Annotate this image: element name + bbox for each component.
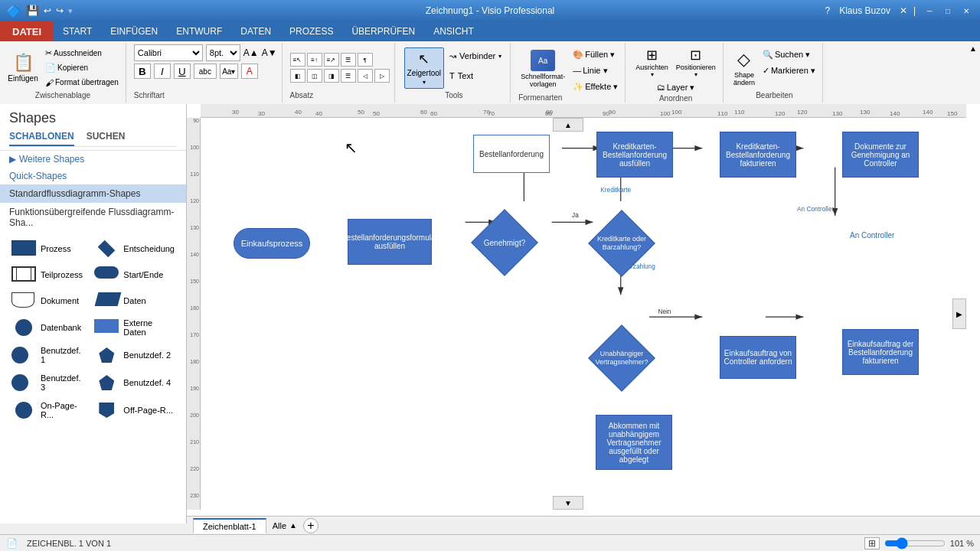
italic-button[interactable]: I bbox=[154, 64, 171, 79]
align-left[interactable]: ◧ bbox=[290, 69, 305, 83]
menu-daten[interactable]: DATEN bbox=[231, 21, 280, 41]
shape-item-startende[interactable]: Start/Ende bbox=[92, 264, 177, 285]
shape-item-benutzer2[interactable]: Benutzdef. 2 bbox=[92, 344, 177, 367]
ausschneiden-button[interactable]: ✂ Ausschneiden bbox=[43, 47, 121, 60]
node-genehmigt[interactable]: Genehmigt? bbox=[470, 216, 539, 269]
format-uebertragen-button[interactable]: 🖌 Format übertragen bbox=[43, 76, 121, 90]
align-top-center[interactable]: ≡↑ bbox=[307, 53, 322, 67]
startende-shape-icon bbox=[94, 266, 119, 283]
kopieren-button[interactable]: 📄 Kopieren bbox=[43, 61, 121, 75]
align-top-right[interactable]: ≡↗ bbox=[324, 53, 339, 67]
list-btn[interactable]: ☰ bbox=[341, 53, 356, 67]
text-btn[interactable]: T Text bbox=[447, 67, 504, 84]
shape-item-onpage[interactable]: On-Page-R... bbox=[9, 399, 87, 422]
tab-schablonen[interactable]: SCHABLONEN bbox=[9, 131, 74, 146]
close-btn[interactable]: ✕ bbox=[959, 5, 974, 17]
verbinder-btn[interactable]: ↝ Verbinder ▾ bbox=[447, 47, 504, 64]
menu-ueberpruefen[interactable]: ÜBERPRÜFEN bbox=[342, 21, 424, 41]
scroll-down-btn[interactable]: ▼ bbox=[553, 496, 583, 510]
quick-shapes-link[interactable]: Quick-Shapes bbox=[0, 168, 186, 184]
suchen-btn[interactable]: 🔍 Suchen ▾ bbox=[760, 47, 818, 61]
effekte-btn[interactable]: ✨ Effekte ▾ bbox=[570, 80, 620, 93]
menu-start[interactable]: START bbox=[54, 21, 101, 41]
menu-ansicht[interactable]: ANSICHT bbox=[424, 21, 483, 41]
shape-item-offpage[interactable]: Off-Page-R... bbox=[92, 399, 177, 422]
zeigertool-btn[interactable]: ↖ Zeigertool ▾ bbox=[404, 47, 444, 89]
title-left: 🔷 💾 ↩ ↪ ▾ bbox=[6, 4, 73, 18]
font-case-button[interactable]: Aa▾ bbox=[220, 64, 238, 79]
indent-right[interactable]: ▷ bbox=[374, 69, 390, 83]
paragraph-btn[interactable]: ¶ bbox=[358, 53, 373, 67]
shape-item-prozess[interactable]: Prozess bbox=[9, 238, 87, 259]
node-bestellanforderung[interactable]: Bestellanforderung bbox=[473, 135, 550, 173]
node-kreditkarte-barzahlung[interactable]: Kreditkarte oder Barzahlung? bbox=[587, 216, 656, 271]
shape-item-entscheidung[interactable]: Entscheidung bbox=[92, 238, 177, 259]
menu-file[interactable]: DATEI bbox=[0, 21, 54, 41]
node-einkaufsauftrag-fakturieren[interactable]: Einkaufsauftrag der Bestellanforderung f… bbox=[842, 329, 919, 375]
ribbon-collapse-btn[interactable]: ▲ bbox=[969, 44, 977, 53]
ausrichten-btn[interactable]: ⊞ Ausrichten ▾ bbox=[633, 44, 671, 80]
schnellformat-btn[interactable]: Aa Schnellformat-vorlagen bbox=[518, 47, 567, 90]
bold-button[interactable]: B bbox=[134, 64, 151, 79]
undo-icon[interactable]: ↩ bbox=[44, 5, 51, 16]
menu-entwurf[interactable]: ENTWURF bbox=[167, 21, 231, 41]
align-center[interactable]: ◫ bbox=[307, 69, 322, 83]
align-top-left[interactable]: ≡↖ bbox=[290, 53, 305, 67]
node-einkaufsauftrag-controller[interactable]: Einkaufsauftrag von Controller anfordern bbox=[720, 336, 796, 379]
scroll-up-btn[interactable]: ▲ bbox=[553, 118, 583, 132]
shape-item-teilprozess[interactable]: Teilprozess bbox=[9, 264, 87, 285]
layer-btn[interactable]: 🗂 Layer ▾ bbox=[655, 80, 697, 94]
font-family-select[interactable]: Calibri bbox=[134, 44, 203, 61]
shape-item-benutzer3[interactable]: Benutzdef. 3 bbox=[9, 371, 87, 394]
shape-aendern-btn[interactable]: ◇ Shapeändern bbox=[731, 47, 757, 89]
page-all-btn[interactable]: Alle bbox=[273, 521, 286, 530]
indent-left[interactable]: ◁ bbox=[358, 69, 373, 83]
underline-button[interactable]: U bbox=[174, 64, 191, 79]
tab-suchen[interactable]: SUCHEN bbox=[87, 131, 126, 146]
section-standard[interactable]: Standardflussdiagramm-Shapes bbox=[0, 184, 186, 203]
maximize-btn[interactable]: □ bbox=[940, 5, 956, 17]
shape-item-daten[interactable]: Daten bbox=[92, 290, 177, 311]
redo-icon[interactable]: ↪ bbox=[56, 5, 64, 16]
canvas-content[interactable]: Ja Kreditkarte Barzahlung Nein An Contro… bbox=[201, 118, 966, 510]
shape-item-datenbank[interactable]: Datenbank bbox=[9, 316, 87, 339]
minimize-btn[interactable]: ─ bbox=[922, 5, 937, 17]
node-unabhaengiger-vertragsnehmer[interactable]: Unabhängiger Vertragsnehmer? bbox=[587, 331, 656, 386]
fuellen-btn[interactable]: 🎨 Füllen ▾ bbox=[570, 47, 620, 61]
node-kreditkarten-bestellanforderung[interactable]: Kreditkarten-Bestellanforderung ausfülle… bbox=[596, 132, 673, 178]
canvas-area[interactable]: document.addEventListener('DOMContentLoa… bbox=[187, 104, 980, 523]
node-bestellanforderung-formular[interactable]: Bestellanforderungsformular ausfüllen bbox=[348, 219, 432, 265]
shape-item-externe-daten[interactable]: Externe Daten bbox=[92, 316, 177, 339]
font-size-select[interactable]: 8pt. bbox=[206, 44, 240, 61]
help-icon[interactable]: ? bbox=[825, 5, 830, 16]
linie-btn[interactable]: — Linie ▾ bbox=[570, 64, 620, 77]
shape-item-benutzer1[interactable]: Benutzdef. 1 bbox=[9, 344, 87, 367]
save-icon[interactable]: 💾 bbox=[26, 5, 39, 17]
strikethrough-button[interactable]: abc bbox=[194, 64, 217, 79]
menu-prozess[interactable]: PROZESS bbox=[280, 21, 342, 41]
zoom-slider[interactable] bbox=[884, 537, 946, 549]
add-page-btn[interactable]: + bbox=[303, 518, 318, 533]
scroll-right-btn[interactable]: ▶ bbox=[952, 298, 966, 329]
node-dokumente-controller[interactable]: Dokumente zur Genehmigung an Controller bbox=[842, 132, 919, 178]
font-grow-btn[interactable]: A▲ bbox=[243, 47, 259, 58]
shape-item-dokument[interactable]: Dokument bbox=[9, 290, 87, 311]
fit-page-btn[interactable]: ⊞ bbox=[864, 537, 880, 549]
align-justify[interactable]: ☰ bbox=[341, 69, 356, 83]
page-tab-1[interactable]: Zeichenblatt-1 bbox=[193, 518, 266, 533]
align-right[interactable]: ◨ bbox=[324, 69, 339, 83]
einfuegen-button[interactable]: 📋 Einfügen bbox=[5, 48, 41, 88]
user-close-icon[interactable]: ✕ bbox=[900, 5, 907, 16]
page-all-arrow[interactable]: ▲ bbox=[289, 521, 297, 530]
node-kreditkarten-fakturieren[interactable]: Kreditkarten-Bestellanforderung fakturie… bbox=[720, 132, 796, 178]
font-shrink-btn[interactable]: A▼ bbox=[262, 47, 277, 58]
weitere-shapes-link[interactable]: ▶ Weitere Shapes bbox=[0, 151, 186, 168]
node-einkaufsprozess[interactable]: Einkaufsprozess bbox=[234, 228, 310, 259]
node-abkommen[interactable]: Abkommen mit unabhängigem Vertragsnehmer… bbox=[596, 415, 672, 470]
font-color-button[interactable]: A bbox=[241, 64, 258, 79]
section-funktionsuebergreifend[interactable]: Funktionsübergreifende Flussdiagramm-Sha… bbox=[0, 203, 186, 232]
markieren-btn[interactable]: ✓ Markieren ▾ bbox=[760, 64, 818, 77]
positionieren-btn[interactable]: ⊡ Positionieren ▾ bbox=[674, 44, 718, 80]
shape-item-benutzer4[interactable]: Benutzdef. 4 bbox=[92, 371, 177, 394]
menu-einfuegen[interactable]: EINFÜGEN bbox=[101, 21, 167, 41]
